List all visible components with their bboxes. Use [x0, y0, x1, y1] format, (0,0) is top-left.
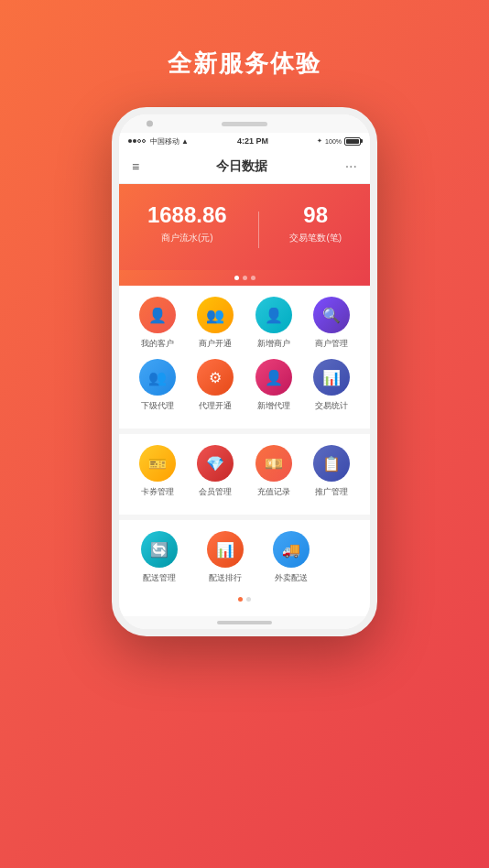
status-left: 中国移动 ▲ — [128, 136, 189, 146]
new-merchant-icon: 👤 — [255, 297, 292, 333]
page-background: 全新服务体验 中国移动 ▲ 4:21 PM ✦ 100% — [0, 0, 489, 868]
grid-row-1: 👤 我的客户 👥 商户开通 👤 新增商户 — [128, 297, 361, 350]
home-indicator — [217, 621, 272, 624]
takeout-label: 外卖配送 — [275, 572, 308, 584]
new-merchant-label: 新增商户 — [257, 338, 290, 350]
merchant-open-icon: 👥 — [197, 297, 234, 333]
grid-section-1: 👤 我的客户 👥 商户开通 👤 新增商户 — [119, 286, 370, 423]
status-bar: 中国移动 ▲ 4:21 PM ✦ 100% — [119, 133, 370, 149]
merchant-open-label: 商户开通 — [199, 338, 232, 350]
member-mgmt-label: 会员管理 — [199, 486, 232, 498]
grid-item-recharge[interactable]: 💴 充值记录 — [247, 445, 300, 498]
member-mgmt-icon: 💎 — [197, 445, 234, 482]
grid-item-new-agent[interactable]: 👤 新增代理 — [247, 359, 300, 412]
signal-dot-4 — [142, 139, 146, 143]
page-dot-3 — [251, 276, 255, 280]
signal-dot-3 — [137, 139, 141, 143]
takeout-icon: 🚚 — [273, 531, 310, 568]
phone-notch — [119, 114, 370, 133]
battery-fill — [346, 139, 359, 144]
stat-label-transactions: 交易笔数(笔) — [289, 232, 342, 244]
sub-agent-icon: 👥 — [139, 359, 176, 396]
signal-dots — [128, 139, 146, 143]
phone-bottom — [119, 616, 370, 629]
menu-icon[interactable]: ≡ — [132, 160, 139, 173]
battery-label: 100% — [325, 138, 342, 145]
grid-item-my-customers[interactable]: 👤 我的客户 — [131, 297, 184, 350]
card-mgmt-label: 卡券管理 — [141, 486, 174, 498]
page-dot-1 — [234, 276, 239, 280]
header-title: 今日数据 — [216, 158, 267, 175]
stats-pagination — [119, 270, 370, 286]
stat-value-transactions: 98 — [289, 202, 342, 228]
stat-divider — [258, 212, 259, 248]
grid-item-trade-stats[interactable]: 📊 交易统计 — [305, 359, 358, 412]
grid-item-agent-open[interactable]: ⚙ 代理开通 — [189, 359, 242, 412]
bluetooth-icon: ✦ — [317, 137, 322, 145]
agent-open-icon: ⚙ — [197, 359, 234, 396]
grid-row-3: 🎫 卡券管理 💎 会员管理 💴 充值记录 — [128, 445, 361, 498]
battery-icon — [344, 137, 361, 146]
status-right: ✦ 100% — [317, 137, 361, 146]
stat-item-transactions: 98 交易笔数(笔) — [289, 202, 342, 244]
bottom-pagination — [128, 593, 361, 605]
recharge-icon: 💴 — [255, 445, 292, 482]
signal-dot-1 — [128, 139, 132, 143]
delivery-rank-icon: 📊 — [207, 531, 244, 568]
recharge-label: 充值记录 — [257, 486, 290, 498]
grid-section-2: 🎫 卡券管理 💎 会员管理 💴 充值记录 — [119, 434, 370, 509]
stats-card: 1688.86 商户流水(元) 98 交易笔数(笔) — [119, 184, 370, 270]
card-mgmt-icon: 🎫 — [139, 445, 176, 482]
trade-stats-icon: 📊 — [313, 359, 350, 396]
grid-item-new-merchant[interactable]: 👤 新增商户 — [247, 297, 300, 350]
grid-row-4: 🔄 配送管理 📊 配送排行 🚚 外卖配送 — [128, 531, 361, 584]
stat-label-revenue: 商户流水(元) — [147, 232, 227, 244]
signal-dot-2 — [133, 139, 136, 143]
my-customers-label: 我的客户 — [141, 338, 174, 350]
my-customers-icon: 👤 — [139, 297, 176, 333]
phone-shell: 中国移动 ▲ 4:21 PM ✦ 100% ≡ 今日数据 ··· 1688.86… — [112, 107, 377, 636]
grid-item-merchant-mgmt[interactable]: 🔍 商户管理 — [305, 297, 358, 350]
chat-icon[interactable]: ··· — [345, 158, 357, 175]
sub-agent-label: 下级代理 — [141, 400, 174, 412]
phone-camera — [147, 121, 153, 127]
promo-mgmt-icon: 📋 — [313, 445, 350, 482]
grid-section-3: 🔄 配送管理 📊 配送排行 🚚 外卖配送 — [119, 520, 370, 611]
agent-open-label: 代理开通 — [199, 400, 232, 412]
grid-row-2: 👥 下级代理 ⚙ 代理开通 👤 新增代理 — [128, 359, 361, 412]
status-time: 4:21 PM — [237, 136, 268, 146]
grid-item-delivery-rank[interactable]: 📊 配送排行 — [199, 531, 252, 584]
app-header: ≡ 今日数据 ··· — [119, 149, 370, 184]
delivery-mgmt-label: 配送管理 — [143, 572, 176, 584]
bottom-dot-2 — [246, 597, 251, 602]
stat-value-revenue: 1688.86 — [147, 202, 227, 228]
carrier-label: 中国移动 — [150, 136, 179, 146]
merchant-mgmt-label: 商户管理 — [315, 338, 348, 350]
merchant-mgmt-icon: 🔍 — [313, 297, 350, 333]
grid-item-member-mgmt[interactable]: 💎 会员管理 — [189, 445, 242, 498]
promo-mgmt-label: 推广管理 — [315, 486, 348, 498]
stat-item-revenue: 1688.86 商户流水(元) — [147, 202, 227, 244]
grid-item-merchant-open[interactable]: 👥 商户开通 — [189, 297, 242, 350]
new-agent-label: 新增代理 — [257, 400, 290, 412]
delivery-mgmt-icon: 🔄 — [141, 531, 178, 568]
grid-item-promo-mgmt[interactable]: 📋 推广管理 — [305, 445, 358, 498]
grid-item-sub-agent[interactable]: 👥 下级代理 — [131, 359, 184, 412]
bottom-dot-1 — [238, 597, 243, 602]
grid-item-card-mgmt[interactable]: 🎫 卡券管理 — [131, 445, 184, 498]
trade-stats-label: 交易统计 — [315, 400, 348, 412]
page-dot-2 — [243, 276, 247, 280]
wifi-icon: ▲ — [181, 137, 189, 146]
grid-item-delivery-mgmt[interactable]: 🔄 配送管理 — [133, 531, 186, 584]
grid-item-takeout[interactable]: 🚚 外卖配送 — [265, 531, 318, 584]
new-agent-icon: 👤 — [255, 359, 292, 396]
delivery-rank-label: 配送排行 — [209, 572, 242, 584]
page-title: 全新服务体验 — [168, 48, 321, 80]
phone-speaker — [222, 122, 267, 126]
